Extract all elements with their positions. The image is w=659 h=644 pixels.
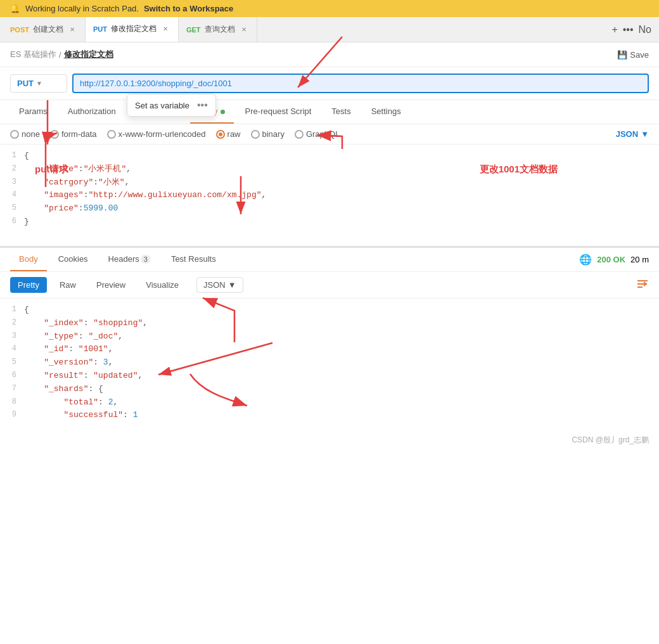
radio-binary: [251, 130, 260, 139]
resp-line-8: 8 "total": 2,: [0, 396, 659, 409]
json-dropdown-arrow: ▼: [641, 129, 649, 139]
req-line-4: 4 "images":"http://www.gulixueyuan.com/x…: [0, 189, 659, 202]
resp-format-bar: Pretty Raw Preview Visualize JSON ▼: [0, 272, 659, 299]
tabs-bar: POST 创建文档 ✕ PUT 修改指定文档 ✕ GET 查询文档 ✕ + ••…: [0, 17, 659, 42]
body-type-formdata-label: form-data: [61, 129, 97, 139]
tab-put-close[interactable]: ✕: [160, 24, 170, 34]
tab-put-method: PUT: [93, 25, 107, 33]
tab-get[interactable]: GET 查询文档 ✕: [179, 17, 257, 42]
req-tab-params[interactable]: Params: [10, 100, 56, 124]
resp-line-6: 6 "result": "updated",: [0, 370, 659, 383]
req-tab-authorization[interactable]: Authorization: [59, 100, 125, 124]
popup-more-btn[interactable]: •••: [197, 100, 208, 111]
tab-put[interactable]: PUT 修改指定文档 ✕: [86, 17, 179, 42]
resp-json-dropdown[interactable]: JSON ▼: [196, 277, 243, 293]
req-tabs-nav: Params Authorization Headers8 Body Pre-r…: [0, 100, 659, 124]
req-code-editor[interactable]: 1 { 2 "title":"小米手机", 3 "catrgory":"小米",…: [0, 145, 659, 246]
resp-tab-cookies[interactable]: Cookies: [49, 248, 97, 271]
req-tab-authorization-label: Authorization: [68, 106, 116, 116]
breadcrumb-separator: /: [59, 50, 61, 60]
resp-tab-testresults-label: Test Results: [171, 254, 216, 264]
resp-line-1: 1 {: [0, 304, 659, 317]
method-dropdown-arrow: ▼: [36, 80, 42, 87]
method-select[interactable]: PUT ▼: [10, 74, 67, 93]
resp-code-editor[interactable]: 1 { 2 "_index": "shopping", 3 "_type": "…: [0, 299, 659, 451]
body-active-dot: [221, 110, 225, 114]
url-popup: Set as variable •••: [127, 94, 216, 117]
resp-headers-badge: 3: [141, 255, 151, 264]
req-tab-params-label: Params: [19, 106, 48, 116]
fmt-preview-btn[interactable]: Preview: [89, 277, 133, 293]
body-type-formdata[interactable]: form-data: [50, 129, 97, 139]
upper-section: ES 基础操作 / 修改指定文档 💾 Save PUT ▼ Set as var…: [0, 42, 659, 248]
tab-put-label: 修改指定文档: [111, 23, 157, 34]
body-type-graphql[interactable]: GraphQL: [295, 129, 340, 139]
tab-post-label: 创建文档: [33, 24, 63, 35]
resp-tab-testresults[interactable]: Test Results: [162, 248, 225, 271]
url-bar-row: PUT ▼ Set as variable •••: [0, 67, 659, 100]
resp-status-bar: 🌐 200 OK 20 m: [579, 254, 649, 266]
req-tab-prerequest-label: Pre-request Script: [245, 106, 312, 116]
save-button[interactable]: 💾 Save: [617, 50, 649, 60]
resp-line-9: 9 "successful": 1: [0, 409, 659, 422]
tab-get-label: 查询文档: [205, 24, 235, 35]
body-type-raw[interactable]: raw: [216, 129, 241, 139]
resp-tab-cookies-label: Cookies: [58, 254, 88, 264]
bell-icon: 🔔: [10, 4, 20, 13]
response-section: Body Cookies Headers3 Test Results 🌐 200…: [0, 248, 659, 451]
tab-get-close[interactable]: ✕: [239, 25, 249, 35]
req-line-2: 2 "title":"小米手机",: [0, 163, 659, 176]
body-type-graphql-label: GraphQL: [306, 129, 340, 139]
switch-workspace-link[interactable]: Switch to a Workspace: [144, 4, 233, 13]
csdn-watermark: CSDN @殷丿grd_志鹏: [572, 435, 649, 446]
resp-tab-body-label: Body: [19, 254, 38, 264]
body-type-bar: none form-data x-www-form-urlencoded raw…: [0, 124, 659, 145]
req-line-5: 5 "price":5999.00: [0, 202, 659, 216]
tab-post[interactable]: POST 创建文档 ✕: [3, 17, 86, 42]
body-type-binary-label: binary: [262, 129, 285, 139]
globe-icon: 🌐: [579, 254, 592, 266]
fmt-pretty-btn[interactable]: Pretty: [10, 277, 47, 293]
req-tab-settings[interactable]: Settings: [362, 100, 410, 124]
req-tab-settings-label: Settings: [371, 106, 401, 116]
resp-line-4: 4 "_id": "1001",: [0, 343, 659, 356]
json-type-dropdown[interactable]: JSON ▼: [616, 129, 649, 139]
set-as-variable-btn[interactable]: Set as variable: [135, 101, 189, 110]
save-label: Save: [630, 50, 649, 60]
resp-line-7: 7 "_shards": {: [0, 383, 659, 396]
more-tabs-icon[interactable]: •••: [623, 24, 634, 35]
resp-tab-headers-label: Headers: [108, 254, 139, 264]
banner-text: Working locally in Scratch Pad.: [25, 4, 139, 13]
tabs-actions: + ••• No: [606, 24, 656, 35]
resp-line-5: 5 "_version": 3,: [0, 356, 659, 370]
top-banner: 🔔 Working locally in Scratch Pad. Switch…: [0, 0, 659, 17]
req-tab-tests-label: Tests: [331, 106, 350, 116]
fmt-raw-btn[interactable]: Raw: [52, 277, 84, 293]
add-tab-icon[interactable]: +: [611, 24, 617, 35]
tab-get-method: GET: [186, 26, 201, 34]
req-tab-prerequest[interactable]: Pre-request Script: [236, 100, 321, 124]
url-input[interactable]: [72, 74, 649, 93]
body-type-urlencoded[interactable]: x-www-form-urlencoded: [107, 129, 206, 139]
resp-line-3: 3 "_type": "_doc",: [0, 330, 659, 344]
breadcrumb: ES 基础操作 / 修改指定文档: [10, 49, 113, 60]
breadcrumb-bar: ES 基础操作 / 修改指定文档 💾 Save: [0, 42, 659, 67]
resp-tab-body[interactable]: Body: [10, 248, 47, 271]
json-label: JSON: [616, 129, 638, 139]
tab-post-close[interactable]: ✕: [67, 25, 77, 35]
method-value: PUT: [17, 79, 34, 88]
resp-tab-headers[interactable]: Headers3: [99, 248, 160, 271]
resp-line-2: 2 "_index": "shopping",: [0, 317, 659, 330]
radio-raw: [216, 130, 225, 139]
wrap-icon[interactable]: [636, 278, 649, 293]
body-type-none[interactable]: none: [10, 129, 40, 139]
body-type-raw-label: raw: [227, 129, 241, 139]
fmt-visualize-btn[interactable]: Visualize: [138, 277, 186, 293]
radio-formdata: [50, 130, 59, 139]
save-icon: 💾: [617, 50, 627, 60]
body-type-binary[interactable]: binary: [251, 129, 285, 139]
req-line-6: 6 }: [0, 216, 659, 229]
breadcrumb-root: ES 基础操作: [10, 49, 56, 60]
radio-none: [10, 130, 19, 139]
req-tab-tests[interactable]: Tests: [323, 100, 359, 124]
